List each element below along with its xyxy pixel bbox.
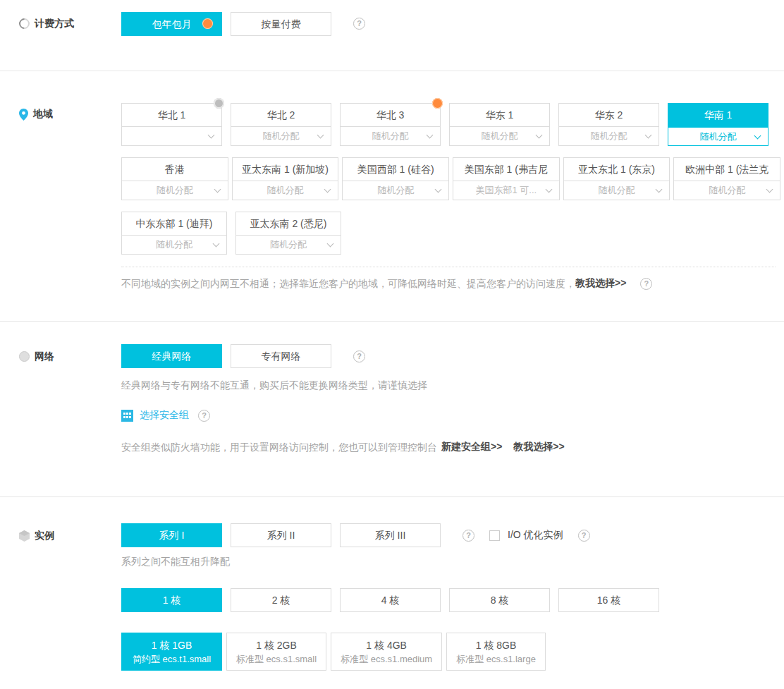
zone-select[interactable]: 美国东部1 可... — [453, 181, 560, 200]
region-cell-huabei-2[interactable]: 华北 2 随机分配 — [231, 103, 331, 146]
zone-select[interactable]: 随机分配 — [231, 127, 331, 146]
zone-select[interactable]: 随机分配 — [121, 236, 227, 255]
region-name[interactable]: 香港 — [121, 157, 228, 181]
billing-option-prepaid-button[interactable]: 包年包月 — [121, 12, 222, 36]
zone-select[interactable]: 随机分配 — [340, 127, 441, 146]
region-name[interactable]: 华北 1 — [121, 103, 222, 127]
region-name[interactable]: 美国西部 1 (硅谷) — [342, 157, 449, 181]
io-help-icon[interactable]: ? — [578, 530, 590, 542]
core-8-button[interactable]: 8 核 — [449, 588, 550, 612]
zone-select[interactable] — [121, 127, 222, 146]
core-2-button[interactable]: 2 核 — [231, 588, 331, 612]
zone-select[interactable]: 随机分配 — [232, 181, 339, 200]
chevron-down-icon — [324, 186, 331, 193]
region-cell-ap-southeast-1[interactable]: 亚太东南 1 (新加坡) 随机分配 — [232, 157, 339, 200]
region-help-icon[interactable]: ? — [640, 278, 652, 290]
zone-value: 随机分配 — [599, 185, 635, 195]
region-name[interactable]: 亚太东北 1 (东京) — [563, 157, 670, 181]
zone-select[interactable]: 随机分配 — [449, 127, 550, 146]
io-optimized-checkbox[interactable] — [489, 530, 500, 541]
chevron-down-icon — [536, 132, 543, 139]
zone-select[interactable]: 随机分配 — [673, 181, 780, 200]
series-3-button[interactable]: 系列 III — [340, 523, 441, 547]
network-option-label: 专有网络 — [262, 350, 301, 362]
promo-badge-icon — [432, 98, 443, 109]
type-ecs-s1-medium-button[interactable]: 1 核 4GB 标准型 ecs.s1.medium — [331, 633, 442, 671]
type-name: 简约型 ecs.t1.small — [123, 652, 220, 666]
series-note: 系列之间不能互相升降配 — [121, 554, 784, 568]
network-circle-icon — [19, 351, 30, 362]
billing-label-group: 计费方式 — [0, 12, 121, 71]
region-name[interactable]: 欧洲中部 1 (法兰克 — [673, 157, 780, 181]
type-ecs-t1-small-button[interactable]: 1 核 1GB 简约型 ecs.t1.small — [121, 633, 222, 671]
zone-value: 随机分配 — [270, 239, 307, 250]
region-cell-huanan-1[interactable]: 华南 1 随机分配 — [668, 103, 768, 146]
zone-value: 随机分配 — [482, 130, 518, 141]
type-ecs-s1-small-button[interactable]: 1 核 2GB 标准型 ecs.s1.small — [226, 633, 326, 671]
chevron-down-icon — [427, 132, 434, 139]
region-name[interactable]: 华东 1 — [449, 103, 550, 127]
region-cell-eu-central-1[interactable]: 欧洲中部 1 (法兰克 随机分配 — [673, 157, 780, 200]
create-security-group-link[interactable]: 新建安全组>> — [441, 441, 502, 453]
core-1-button[interactable]: 1 核 — [121, 588, 222, 612]
network-vpc-button[interactable]: 专有网络 — [231, 344, 331, 368]
type-spec: 1 核 2GB — [236, 639, 317, 652]
chevron-down-icon — [435, 186, 442, 193]
region-cell-me-east-1[interactable]: 中东东部 1 (迪拜) 随机分配 — [121, 212, 227, 255]
type-spec: 1 核 8GB — [456, 639, 536, 652]
region-teach-me-link[interactable]: 教我选择>> — [575, 277, 626, 290]
zone-select[interactable]: 随机分配 — [558, 127, 659, 146]
region-name[interactable]: 华北 2 — [231, 103, 331, 127]
chevron-down-icon — [327, 240, 334, 248]
type-ecs-s1-large-button[interactable]: 1 核 8GB 标准型 ecs.s1.large — [446, 633, 546, 671]
region-name[interactable]: 美国东部 1 (弗吉尼 — [453, 157, 560, 181]
series-2-button[interactable]: 系列 II — [231, 523, 331, 547]
security-teach-me-link[interactable]: 教我选择>> — [513, 441, 564, 453]
series-help-icon[interactable]: ? — [463, 530, 474, 542]
region-cell-ap-northeast-1[interactable]: 亚太东北 1 (东京) 随机分配 — [563, 157, 670, 200]
billing-option-postpaid-button[interactable]: 按量付费 — [231, 12, 331, 36]
region-label-group: 地域 — [0, 71, 121, 291]
core-16-button[interactable]: 16 核 — [558, 588, 659, 612]
region-name[interactable]: 亚太东南 1 (新加坡) — [232, 157, 339, 181]
select-security-group-link[interactable]: 选择安全组 — [140, 409, 189, 422]
region-name[interactable]: 华北 3 — [340, 103, 441, 127]
zone-select[interactable]: 随机分配 — [121, 181, 228, 200]
core-4-button[interactable]: 4 核 — [340, 588, 441, 612]
zone-value: 随机分配 — [157, 185, 193, 195]
zone-value: 随机分配 — [263, 130, 300, 141]
region-name[interactable]: 中东东部 1 (迪拜) — [121, 212, 227, 236]
region-cell-huadong-1[interactable]: 华东 1 随机分配 — [449, 103, 550, 146]
zone-value: 随机分配 — [709, 185, 745, 195]
core-label: 16 核 — [597, 595, 620, 606]
region-name[interactable]: 亚太东南 2 (悉尼) — [235, 212, 341, 236]
region-cell-huabei-1[interactable]: 华北 1 — [121, 103, 222, 146]
network-section: 网络 经典网络 专有网络 ? 经典网络与专有网络不能互通，购买后不能更换网络类型… — [0, 322, 784, 496]
network-classic-button[interactable]: 经典网络 — [121, 344, 222, 368]
instance-cube-icon — [19, 530, 30, 542]
zone-select[interactable]: 随机分配 — [563, 181, 670, 200]
region-cell-huabei-3[interactable]: 华北 3 随机分配 — [340, 103, 441, 146]
region-name[interactable]: 华南 1 — [668, 103, 768, 127]
region-cell-us-west-1[interactable]: 美国西部 1 (硅谷) 随机分配 — [342, 157, 449, 200]
network-help-icon[interactable]: ? — [353, 350, 365, 362]
network-note: 经典网络与专有网络不能互通，购买后不能更换网络类型，请谨慎选择 — [121, 378, 784, 392]
region-section: 地域 华北 1 华北 2 随机分配 华北 3 随机分配 华东 1 随机分配 — [0, 71, 784, 321]
region-label: 地域 — [33, 108, 53, 121]
series-1-button[interactable]: 系列 I — [121, 523, 222, 547]
zone-value: 随机分配 — [372, 130, 409, 141]
chevron-down-icon — [754, 133, 761, 140]
billing-option-label: 包年包月 — [152, 18, 192, 30]
billing-help-icon[interactable]: ? — [353, 18, 365, 30]
region-cell-hongkong[interactable]: 香港 随机分配 — [121, 157, 228, 200]
zone-select[interactable]: 随机分配 — [668, 127, 768, 146]
region-cell-huadong-2[interactable]: 华东 2 随机分配 — [558, 103, 659, 146]
region-name[interactable]: 华东 2 — [558, 103, 659, 127]
region-cell-us-east-1[interactable]: 美国东部 1 (弗吉尼 美国东部1 可... — [453, 157, 560, 200]
chevron-down-icon — [208, 132, 215, 139]
security-group-help-icon[interactable]: ? — [198, 410, 210, 422]
zone-select[interactable]: 随机分配 — [342, 181, 449, 200]
zone-select[interactable]: 随机分配 — [235, 236, 341, 255]
region-cell-ap-southeast-2[interactable]: 亚太东南 2 (悉尼) 随机分配 — [235, 212, 341, 255]
network-label: 网络 — [35, 350, 54, 363]
